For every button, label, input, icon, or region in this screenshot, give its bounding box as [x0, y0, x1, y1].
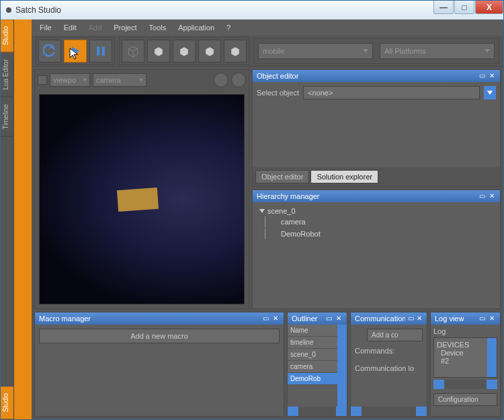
- outliner-item-selected[interactable]: DemoRob: [288, 373, 337, 385]
- prim-button-3[interactable]: [173, 40, 196, 62]
- undo-button[interactable]: [38, 40, 61, 62]
- panel-close-icon[interactable]: ✕: [488, 192, 496, 200]
- macro-body: Add a new macro: [35, 325, 284, 416]
- panel-close-icon[interactable]: ✕: [271, 314, 280, 323]
- minimize-button[interactable]: —: [433, 1, 454, 14]
- menu-project[interactable]: Project: [114, 24, 136, 32]
- log-header[interactable]: Log view ▭ ✕: [431, 312, 500, 325]
- pause-button[interactable]: [89, 40, 112, 62]
- viewport-combo-1[interactable]: viewpo: [50, 73, 90, 87]
- outliner-header[interactable]: Outliner ▭ ✕: [288, 312, 347, 325]
- panel-undock-icon[interactable]: ▭: [478, 314, 486, 323]
- viewport-canvas[interactable]: [39, 94, 245, 304]
- side-tab-strip: Studio Lua Editor Timeline Studio: [1, 19, 14, 419]
- window-controls: — □ X: [433, 1, 503, 19]
- left-column: viewpo camera: [34, 69, 249, 309]
- add-macro-button[interactable]: Add a new macro: [39, 329, 280, 343]
- side-tab-studio[interactable]: Studio: [1, 19, 13, 52]
- viewport-checkbox[interactable]: [38, 75, 47, 85]
- side-tab-studio-bottom[interactable]: Studio: [1, 386, 13, 419]
- target-combo[interactable]: mobile: [258, 43, 373, 59]
- maximize-button[interactable]: □: [454, 1, 474, 14]
- cube-icon: [152, 44, 165, 58]
- tree-node-camera[interactable]: camera: [259, 216, 493, 228]
- toolbar: mobile All Platforms: [32, 36, 503, 67]
- chevron-down-icon: [139, 79, 143, 81]
- right-column: Object editor ▭ ✕ Select object <none>: [252, 69, 501, 309]
- chevron-down-icon: [83, 79, 87, 81]
- svg-rect-1: [102, 46, 105, 55]
- outliner-item[interactable]: camera: [288, 361, 337, 373]
- select-object-dropdown[interactable]: [484, 86, 496, 99]
- menu-file[interactable]: File: [40, 24, 52, 32]
- panel-undock-icon[interactable]: ▭: [407, 314, 414, 323]
- menu-help[interactable]: ?: [226, 24, 230, 32]
- panel-undock-icon[interactable]: ▭: [261, 314, 269, 323]
- play-icon: [69, 44, 82, 58]
- panel-undock-icon[interactable]: ▭: [478, 192, 486, 200]
- accent-strip: [14, 19, 32, 419]
- macro-panel: Macro manager ▭ ✕ Add a new macro: [34, 312, 284, 417]
- log-text-box[interactable]: DEVICES Device #2: [433, 337, 497, 378]
- cube-icon: [177, 44, 191, 58]
- viewport-round-button-1[interactable]: [214, 73, 228, 87]
- scrollbar-horizontal[interactable]: [351, 407, 427, 416]
- menu-edit[interactable]: Edit: [64, 24, 77, 32]
- hierarchy-header[interactable]: Hierarchy manager ▭ ✕: [253, 190, 500, 202]
- communication-body: Add a co Commands: Communication lo: [351, 325, 427, 416]
- object-editor-header[interactable]: Object editor ▭ ✕: [253, 70, 500, 82]
- log-subheader: Log: [433, 327, 497, 335]
- panel-close-icon[interactable]: ✕: [416, 314, 423, 323]
- scrollbar-horizontal[interactable]: [288, 407, 347, 416]
- macro-header[interactable]: Macro manager ▭ ✕: [35, 312, 284, 325]
- tab-object-editor[interactable]: Object editor: [255, 170, 309, 183]
- tab-solution-explorer[interactable]: Solution explorer: [310, 170, 378, 183]
- scrollbar-horizontal[interactable]: [433, 380, 497, 389]
- side-tab-lua-editor[interactable]: Lua Editor: [1, 52, 13, 97]
- outliner-header-name[interactable]: Name: [288, 325, 337, 337]
- outliner-item[interactable]: timeline: [288, 337, 337, 349]
- close-button[interactable]: X: [475, 1, 503, 14]
- communication-title: Communication co: [355, 314, 405, 323]
- viewport-round-button-2[interactable]: [231, 73, 246, 87]
- prim-button-4[interactable]: [198, 40, 221, 62]
- object-editor-tabs: Object editor Solution explorer: [253, 170, 500, 186]
- prim-button-5[interactable]: [224, 40, 247, 62]
- outliner-list[interactable]: Name timeline scene_0 camera DemoRob: [288, 325, 337, 385]
- prim-button-2[interactable]: [147, 40, 170, 62]
- select-object-field[interactable]: <none>: [303, 86, 480, 99]
- hierarchy-tree[interactable]: scene_0 camera DemoRobot: [253, 202, 500, 308]
- play-button[interactable]: [64, 40, 87, 62]
- object-editor-body: Select object <none>: [253, 82, 500, 167]
- main-area: File Edit Add Project Tools Application …: [32, 19, 503, 419]
- menu-tools[interactable]: Tools: [149, 24, 167, 32]
- object-editor-panel: Object editor ▭ ✕ Select object <none>: [252, 69, 501, 187]
- panel-undock-icon[interactable]: ▭: [325, 314, 333, 323]
- viewport-combo-2[interactable]: camera: [93, 73, 146, 87]
- add-command-button[interactable]: Add a co: [367, 329, 423, 341]
- side-tab-timeline[interactable]: Timeline: [1, 97, 13, 136]
- outliner-item[interactable]: scene_0: [288, 349, 337, 361]
- titlebar: Satch Studio — □ X: [1, 1, 503, 19]
- log-title: Log view: [435, 314, 464, 323]
- scrollbar-vertical[interactable]: [487, 338, 497, 377]
- menu-add[interactable]: Add: [89, 24, 102, 32]
- tree-toggle-icon[interactable]: [259, 209, 265, 213]
- panel-close-icon[interactable]: ✕: [488, 72, 496, 80]
- platform-combo[interactable]: All Platforms: [380, 43, 495, 59]
- communication-header[interactable]: Communication co ▭ ✕: [351, 312, 427, 325]
- tree-node-scene[interactable]: scene_0: [259, 206, 493, 216]
- prim-button-1[interactable]: [122, 40, 144, 62]
- target-group: mobile All Platforms: [253, 38, 499, 64]
- panel-undock-icon[interactable]: ▭: [478, 72, 486, 80]
- outliner-body: Name timeline scene_0 camera DemoRob: [288, 325, 347, 416]
- chevron-down-icon: [363, 49, 368, 52]
- tree-node-demorobot[interactable]: DemoRobot: [259, 228, 493, 240]
- scrollbar-vertical[interactable]: [337, 325, 347, 407]
- panel-close-icon[interactable]: ✕: [335, 314, 343, 323]
- playback-group: [36, 37, 115, 65]
- panel-close-icon[interactable]: ✕: [488, 314, 496, 323]
- menu-application[interactable]: Application: [178, 24, 214, 32]
- configuration-button[interactable]: Configuration: [433, 393, 497, 406]
- log-panel: Log view ▭ ✕ Log DEVICES Device #2: [430, 312, 501, 417]
